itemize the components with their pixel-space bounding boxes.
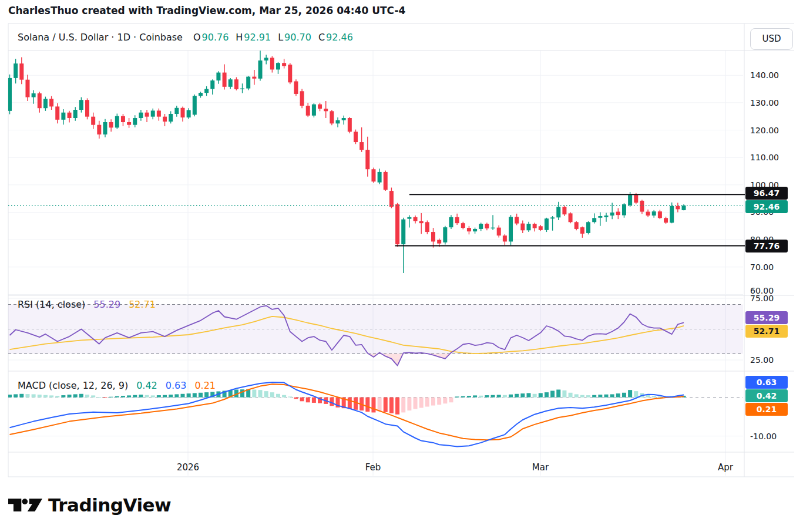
candle-body: [640, 201, 644, 212]
candle-body: [371, 169, 375, 181]
currency-button[interactable]: USD: [750, 28, 793, 50]
candle-body: [145, 113, 149, 117]
candle-body: [520, 224, 525, 231]
tradingview-logo-text: TradingView: [48, 494, 171, 516]
macd-histogram-bar: [628, 390, 632, 398]
candle-body: [14, 63, 18, 78]
macd-label[interactable]: MACD (close, 12, 26, 9): [18, 380, 128, 391]
macd-histogram-bar: [509, 395, 513, 398]
macd-histogram-bar: [306, 398, 310, 403]
candle-body: [616, 212, 620, 216]
macd-histogram-bar: [109, 397, 113, 398]
macd-histogram-bar: [658, 396, 662, 397]
candle-body: [533, 224, 537, 228]
candle-body: [121, 116, 125, 122]
macd-histogram-bar: [25, 394, 29, 398]
candle-body: [133, 118, 137, 125]
macd-histogram-bar: [622, 393, 626, 398]
macd-histogram-bar: [592, 395, 596, 398]
candle-body: [43, 99, 48, 108]
candle-body: [169, 114, 173, 122]
macd-histogram-bar: [431, 398, 435, 406]
macd-histogram-bar: [533, 394, 537, 398]
macd-histogram-bar: [68, 395, 72, 398]
candle-body: [115, 116, 119, 128]
rsi-tick-label: 25.00: [750, 355, 797, 365]
macd-histogram-bar: [145, 395, 149, 398]
macd-histogram-bar: [121, 396, 125, 398]
candle-body: [330, 111, 334, 123]
candle-body: [437, 240, 441, 244]
macd-histogram-bar: [407, 398, 411, 410]
candle-body: [342, 118, 346, 120]
macd-tag: 0.42: [745, 389, 788, 402]
macd-histogram-bar: [19, 394, 23, 398]
candle-body: [163, 117, 167, 122]
candle-body: [318, 105, 322, 109]
candle-body: [282, 63, 286, 66]
price-tag: 92.46: [745, 200, 788, 213]
rsi-value: 55.29: [93, 299, 120, 310]
candle-body: [586, 222, 590, 233]
candle-body: [97, 125, 101, 134]
rsi-tag: 52.71: [745, 325, 788, 338]
macd-histogram-bar: [79, 394, 83, 398]
candle-body: [526, 224, 530, 230]
candle-body: [467, 228, 471, 231]
macd-histogram-bar: [276, 394, 280, 398]
candle-body: [622, 204, 626, 216]
candle-body: [109, 122, 113, 127]
price-tick-label: 130.00: [750, 98, 797, 107]
macd-histogram-bar: [49, 395, 53, 397]
macd-histogram-bar: [574, 394, 579, 397]
macd-histogram-bar: [652, 396, 656, 397]
candle-body: [85, 100, 89, 116]
macd-histogram-bar: [169, 395, 173, 398]
macd-histogram-bar: [270, 392, 274, 398]
candle-body: [461, 223, 465, 228]
candle-body: [264, 58, 268, 60]
symbol-title[interactable]: Solana / U.S. Dollar · 1D · Coinbase: [18, 32, 183, 43]
candle-body: [574, 222, 579, 229]
macd-histogram-bar: [550, 390, 555, 397]
macd-histogram-bar: [384, 398, 388, 412]
candle-body: [139, 113, 143, 118]
candle-body: [682, 206, 686, 210]
candle-body: [324, 109, 328, 111]
macd-pane: [8, 382, 743, 447]
macd-histogram-bar: [503, 395, 507, 398]
candle-body: [348, 118, 352, 132]
macd-histogram-bar: [61, 395, 65, 398]
rsi-header: RSI (14, close) 55.29 52.71: [18, 299, 164, 310]
candle-body: [187, 110, 191, 117]
macd-histogram-bar: [497, 395, 501, 397]
candle-body: [628, 195, 632, 206]
macd-tag: 0.21: [745, 403, 788, 416]
candle-body: [443, 227, 447, 243]
candle-body: [431, 232, 435, 241]
time-axis[interactable]: [8, 452, 744, 477]
macd-histogram-bar: [562, 390, 566, 398]
macd-histogram-bar: [55, 396, 59, 398]
candle-body: [545, 218, 549, 230]
rsi-pane: [8, 305, 743, 366]
macd-histogram-bar: [282, 395, 286, 398]
candle-body: [336, 120, 340, 124]
macd-histogram-bar: [288, 396, 292, 397]
candle-body: [180, 108, 184, 117]
macd-header: MACD (close, 12, 26, 9) 0.42 0.63 0.21: [18, 380, 224, 391]
tradingview-logo[interactable]: TradingView: [8, 494, 171, 516]
candle-body: [515, 217, 519, 223]
price-tag: 96.47: [745, 187, 788, 200]
macd-histogram-bar: [485, 395, 489, 398]
candle-body: [354, 132, 358, 142]
candle-body: [91, 117, 95, 125]
candle-body: [491, 228, 495, 228]
macd-histogram-bar: [294, 398, 298, 399]
candle-body: [103, 122, 107, 134]
macd-histogram-bar: [180, 394, 184, 398]
rsi-label[interactable]: RSI (14, close): [18, 299, 85, 310]
candle-body: [556, 207, 560, 217]
candle-body: [664, 218, 668, 223]
candle-body: [25, 80, 29, 97]
